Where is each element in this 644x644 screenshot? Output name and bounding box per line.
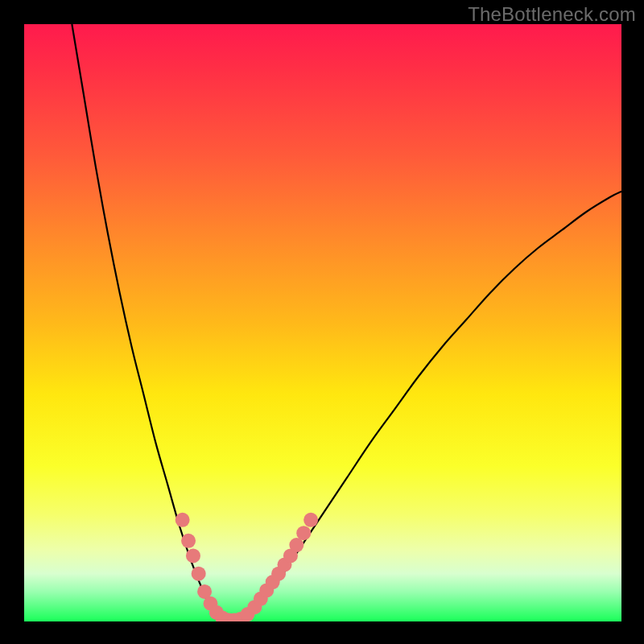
data-point: [186, 548, 200, 563]
data-point: [303, 513, 318, 527]
watermark-text: TheBottleneck.com: [468, 3, 636, 26]
data-point: [175, 513, 190, 527]
bottleneck-curve: [72, 24, 621, 621]
data-point: [192, 567, 206, 581]
data-markers: [175, 513, 319, 621]
data-point: [296, 526, 311, 540]
bottleneck-curve-svg: [24, 24, 621, 621]
data-point: [181, 534, 196, 548]
outer-frame: TheBottleneck.com: [0, 0, 644, 644]
plot-area: [24, 24, 621, 621]
